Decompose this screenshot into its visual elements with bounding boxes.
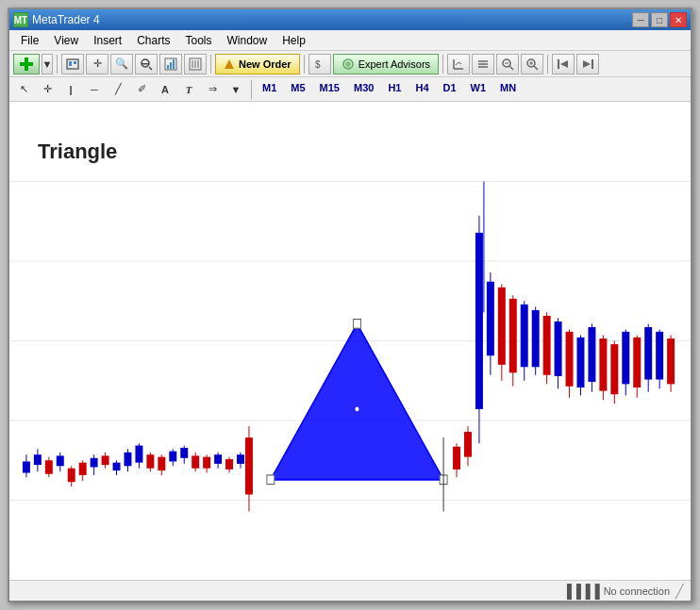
draw-tool[interactable]: ✐ (131, 80, 152, 99)
dropdown-tool[interactable]: ▼ (225, 80, 246, 99)
menu-help[interactable]: Help (275, 32, 313, 49)
svg-line-28 (534, 66, 538, 70)
svg-rect-43 (45, 460, 53, 473)
svg-rect-103 (577, 338, 585, 387)
connection-status: ▐▐▐▐ No connection (562, 584, 670, 599)
period-sep-button[interactable] (184, 54, 207, 74)
svg-rect-67 (180, 448, 188, 458)
svg-rect-55 (113, 463, 121, 470)
svg-rect-4 (74, 61, 76, 64)
zoom-out-button[interactable] (135, 54, 158, 74)
trade-button[interactable] (472, 54, 494, 74)
toolbar-1: ▼ ✛ 🔍 (9, 51, 691, 77)
tf-m1[interactable]: M1 (257, 80, 282, 99)
svg-rect-101 (566, 332, 574, 387)
menu-tools[interactable]: Tools (178, 32, 220, 49)
tf-m30[interactable]: M30 (348, 80, 379, 99)
title-buttons: ─ □ ✕ (632, 12, 687, 27)
arrow-tool[interactable]: ⇒ (202, 80, 223, 99)
zoom-plus-button[interactable] (521, 54, 543, 74)
svg-rect-113 (633, 338, 641, 387)
tf-mn[interactable]: MN (494, 80, 522, 99)
svg-rect-1 (20, 62, 33, 66)
connection-text: No connection (604, 585, 670, 597)
svg-rect-8 (167, 65, 169, 69)
svg-rect-39 (23, 461, 30, 472)
menu-insert[interactable]: Insert (86, 32, 129, 49)
chart-container[interactable]: Triangle (9, 102, 691, 580)
new-order-button[interactable]: New Order (215, 54, 300, 74)
svg-rect-77 (225, 459, 233, 470)
svg-rect-117 (656, 332, 663, 380)
svg-rect-51 (91, 458, 98, 468)
svg-rect-53 (102, 455, 109, 465)
close-button[interactable]: ✕ (670, 12, 687, 27)
svg-rect-57 (124, 453, 131, 466)
vertical-line-tool[interactable]: | (60, 80, 81, 99)
zoom-reset-button[interactable] (496, 54, 519, 74)
zoom-in-button[interactable]: 🔍 (110, 54, 133, 74)
svg-rect-45 (57, 455, 64, 466)
tf-m5[interactable]: M5 (285, 80, 310, 99)
svg-rect-41 (34, 454, 42, 465)
svg-rect-115 (644, 327, 652, 380)
triangle-polygon[interactable] (271, 323, 443, 479)
history-button[interactable] (447, 54, 470, 74)
handle-bottom-left[interactable] (267, 475, 275, 485)
scroll-right-button[interactable] (576, 54, 599, 74)
svg-rect-107 (599, 338, 607, 391)
svg-rect-73 (203, 457, 210, 469)
svg-rect-95 (532, 310, 540, 367)
text-label-tool[interactable]: T (178, 80, 199, 99)
menu-window[interactable]: Window (220, 32, 275, 49)
tf-d1[interactable]: D1 (438, 80, 462, 99)
tf-h4[interactable]: H4 (409, 80, 434, 99)
menu-charts[interactable]: Charts (129, 32, 177, 49)
crosshair-button[interactable]: ✛ (86, 54, 108, 74)
svg-rect-75 (214, 454, 222, 464)
svg-rect-49 (79, 463, 87, 475)
status-bar: ▐▐▐▐ No connection ╱ (9, 580, 691, 601)
menu-file[interactable]: File (13, 32, 46, 49)
svg-rect-71 (245, 437, 253, 494)
text-tool[interactable]: A (155, 80, 175, 99)
tf-w1[interactable]: W1 (465, 80, 492, 99)
menu-bar: File View Insert Charts Tools Window Hel… (9, 30, 691, 51)
tf-h1[interactable]: H1 (382, 80, 407, 99)
cursor-tool[interactable]: ↖ (13, 80, 34, 99)
svg-rect-47 (68, 469, 75, 482)
toolbar-2: ↖ ✛ | ─ ╱ ✐ A T ⇒ ▼ M1 M5 M15 M30 H1 H4 … (9, 77, 691, 102)
profile-button[interactable] (61, 54, 84, 74)
crosshair-tool[interactable]: ✛ (37, 80, 58, 99)
svg-rect-9 (170, 62, 172, 69)
svg-rect-91 (509, 299, 517, 372)
svg-rect-63 (158, 457, 165, 470)
svg-rect-97 (543, 316, 551, 375)
svg-rect-2 (67, 59, 78, 69)
tf-m15[interactable]: M15 (314, 80, 345, 99)
horizontal-line-tool[interactable]: ─ (84, 80, 105, 99)
app-icon: MT (13, 12, 28, 27)
expert-advisors-button[interactable]: Expert Advisors (333, 54, 439, 74)
window-title: MetaTrader 4 (32, 13, 100, 26)
dropdown-arrow[interactable]: ▼ (42, 54, 53, 74)
maximize-button[interactable]: □ (651, 12, 668, 27)
svg-text:$: $ (315, 59, 321, 70)
trendline-tool[interactable]: ╱ (108, 80, 128, 99)
title-bar: MT MetaTrader 4 ─ □ ✕ (9, 9, 691, 30)
scroll-left-button[interactable] (552, 54, 575, 74)
svg-rect-105 (588, 327, 595, 382)
svg-rect-10 (173, 59, 175, 69)
menu-view[interactable]: View (46, 32, 86, 49)
new-chart-button[interactable] (13, 54, 40, 74)
handle-top[interactable] (353, 320, 360, 329)
connection-icon: ▐▐▐▐ (562, 584, 600, 599)
svg-rect-87 (487, 282, 494, 355)
svg-line-25 (509, 66, 513, 70)
svg-rect-83 (464, 432, 472, 457)
chart-properties-button[interactable] (159, 54, 182, 74)
minimize-button[interactable]: ─ (632, 12, 649, 27)
price-icon[interactable]: $ (308, 54, 331, 74)
sep3 (304, 55, 305, 74)
svg-rect-119 (667, 338, 675, 384)
